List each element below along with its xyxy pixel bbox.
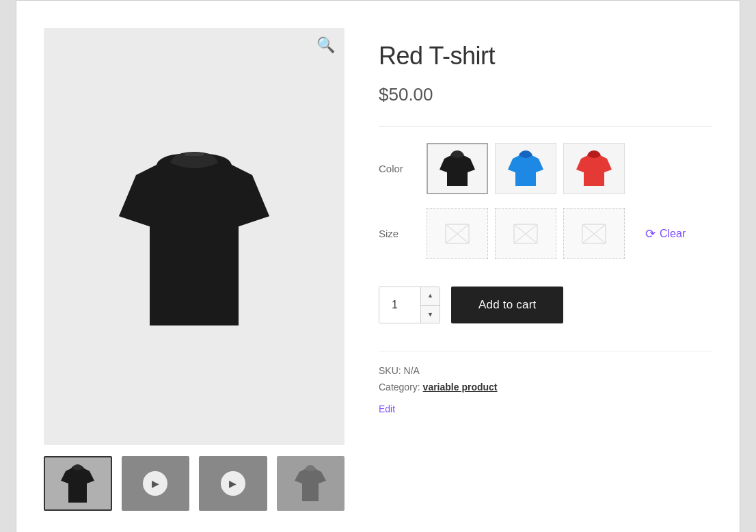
quantity-field[interactable] — [379, 287, 420, 323]
sku-text: SKU: N/A — [379, 365, 420, 376]
category-link[interactable]: variable product — [423, 382, 498, 393]
quantity-arrows: ▲ ▼ — [420, 287, 440, 323]
add-to-cart-button[interactable]: Add to cart — [451, 287, 563, 323]
size-swatch-2[interactable] — [495, 208, 556, 259]
main-product-image — [98, 120, 290, 353]
size-swatch-1[interactable] — [427, 208, 488, 259]
product-info: Red T-shirt $50.00 Color — [379, 28, 712, 511]
clear-button[interactable]: ⟳ Clear — [645, 226, 686, 241]
color-swatch-red[interactable] — [563, 143, 625, 194]
product-page: 🔍 — [16, 0, 740, 532]
edit-link[interactable]: Edit — [379, 403, 712, 414]
price-divider — [379, 126, 712, 127]
color-options — [427, 143, 625, 194]
quantity-up-button[interactable]: ▲ — [421, 287, 440, 306]
zoom-icon[interactable]: 🔍 — [316, 36, 335, 54]
color-label: Color — [379, 163, 427, 174]
color-swatch-black[interactable] — [427, 143, 488, 194]
category-line: Category: variable product — [379, 382, 712, 393]
size-attribute-row: Size — [379, 208, 712, 259]
color-swatch-blue[interactable] — [495, 143, 556, 194]
play-button-1[interactable]: ▶ — [143, 471, 167, 496]
clear-label: Clear — [660, 228, 686, 240]
thumbnail-black-tshirt[interactable] — [44, 456, 112, 511]
thumbnail-video-2[interactable]: ▶ — [199, 456, 267, 511]
size-swatch-3[interactable] — [563, 208, 625, 259]
quantity-input[interactable]: ▲ ▼ — [379, 287, 440, 323]
thumbnail-gray-tshirt[interactable] — [277, 456, 345, 511]
thumbnail-video-1[interactable]: ▶ — [122, 456, 190, 511]
main-image-container: 🔍 — [44, 28, 345, 445]
product-title: Red T-shirt — [379, 42, 712, 70]
cart-row: ▲ ▼ Add to cart — [379, 287, 712, 323]
size-label: Size — [379, 228, 427, 239]
quantity-down-button[interactable]: ▼ — [421, 306, 440, 324]
color-attribute-row: Color — [379, 143, 712, 194]
product-price: $50.00 — [379, 84, 712, 105]
size-options: ⟳ Clear — [427, 208, 686, 259]
svg-rect-0 — [185, 152, 204, 156]
thumbnail-strip: ▶ ▶ — [44, 456, 345, 511]
meta-divider — [379, 351, 712, 351]
refresh-icon: ⟳ — [645, 226, 656, 241]
sku-line: SKU: N/A — [379, 365, 712, 376]
play-button-2[interactable]: ▶ — [221, 471, 245, 496]
category-label: Category: — [379, 382, 420, 393]
gallery-section: 🔍 — [44, 28, 345, 511]
